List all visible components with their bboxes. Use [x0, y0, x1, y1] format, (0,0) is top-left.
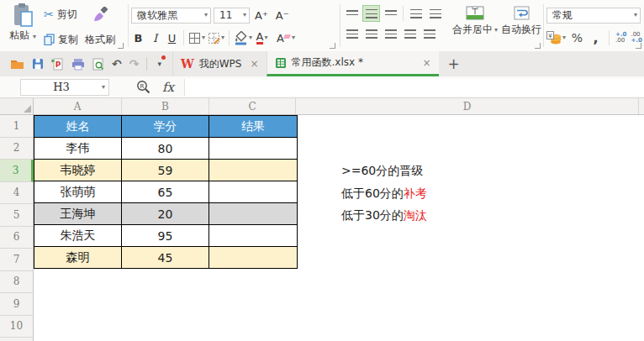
export-pdf-button[interactable]: P: [51, 58, 64, 71]
column-header-partial[interactable]: [639, 98, 644, 114]
clipboard-dialog-launcher[interactable]: [118, 43, 124, 49]
bold-button[interactable]: B: [131, 29, 145, 46]
row-header-11[interactable]: 11: [0, 338, 34, 341]
row-header-2[interactable]: 2: [0, 138, 34, 160]
increase-indent-button[interactable]: [426, 5, 444, 22]
cut-button[interactable]: ✂ 剪切: [44, 5, 78, 24]
comma-style-button[interactable]: ,: [589, 29, 603, 46]
clear-format-button[interactable]: A ▾: [277, 29, 295, 46]
row-header-4[interactable]: 4: [0, 182, 34, 205]
close-icon[interactable]: ×: [422, 57, 430, 69]
select-all-corner[interactable]: [0, 98, 34, 114]
row-header-10[interactable]: 10: [0, 316, 34, 338]
currency-button[interactable]: ¥ ▾: [546, 29, 566, 46]
print-preview-button[interactable]: [92, 58, 104, 71]
shrink-font-button[interactable]: A⁻: [273, 9, 292, 22]
paste-button[interactable]: 粘贴 ▾: [2, 3, 44, 51]
print-preview-icon: [92, 58, 104, 71]
align-center-button[interactable]: [362, 25, 380, 42]
decrease-decimal-button[interactable]: .00+.0: [631, 32, 641, 44]
distribute-button[interactable]: [420, 25, 438, 42]
row-header-9[interactable]: 9: [0, 293, 34, 316]
redo-button[interactable]: ↷: [129, 58, 140, 70]
italic-button[interactable]: I: [148, 29, 162, 46]
table-header-cell[interactable]: 学分: [122, 116, 209, 137]
decrease-indent-button[interactable]: [407, 5, 425, 22]
row-header-6[interactable]: 6: [0, 227, 34, 249]
table-cell-score[interactable]: 95: [122, 225, 209, 246]
column-headers: ABCD: [0, 98, 644, 115]
borders-button[interactable]: ▾: [188, 29, 205, 46]
open-button[interactable]: [10, 58, 24, 70]
row-header-1[interactable]: 1: [0, 115, 34, 138]
table-header-cell[interactable]: 姓名: [34, 116, 122, 137]
insert-function-button[interactable]: fx: [162, 80, 174, 95]
grow-font-button[interactable]: A⁺: [252, 9, 271, 22]
undo-button[interactable]: ↶: [112, 58, 122, 70]
svg-text:P: P: [55, 60, 61, 69]
print-button[interactable]: [71, 58, 85, 71]
font-color-button[interactable]: A ▾: [255, 29, 269, 46]
table-cell-name[interactable]: 李伟: [34, 138, 122, 159]
number-group: 常规 ▾ ¥ ▾ % , +.0.00 .00+.0: [546, 0, 644, 51]
font-size-select[interactable]: 11 ▾: [214, 8, 250, 24]
table-cell-result[interactable]: [209, 203, 297, 224]
table-cell-score[interactable]: 80: [122, 138, 209, 159]
chevron-down-icon: ▾: [264, 34, 267, 41]
table-cell-name[interactable]: 朱浩天: [34, 225, 122, 246]
number-dialog-launcher[interactable]: [636, 43, 641, 49]
table-cell-name[interactable]: 森明: [34, 247, 122, 268]
find-button[interactable]: R: [136, 80, 150, 94]
align-middle-button[interactable]: [362, 5, 380, 22]
column-header-B[interactable]: B: [122, 98, 209, 114]
name-box[interactable]: H3 ▾: [20, 79, 109, 96]
paste-dropdown-icon[interactable]: ▾: [33, 33, 36, 40]
column-header-C[interactable]: C: [209, 98, 296, 114]
row-header-8[interactable]: 8: [0, 271, 34, 294]
draw-border-button[interactable]: ▾: [208, 29, 224, 46]
justify-icon: [404, 29, 416, 39]
table-cell-result[interactable]: [209, 247, 297, 268]
font-dialog-launcher[interactable]: [330, 43, 335, 49]
justify-button[interactable]: [401, 25, 419, 42]
table-cell-result[interactable]: [209, 225, 297, 246]
column-header-A[interactable]: A: [34, 98, 122, 114]
align-left-button[interactable]: [343, 25, 361, 42]
align-top-button[interactable]: [343, 5, 361, 22]
table-cell-score[interactable]: 59: [122, 160, 209, 181]
row-header-3[interactable]: 3: [0, 160, 34, 182]
format-painter-button[interactable]: [92, 5, 108, 24]
table-cell-result[interactable]: [209, 160, 297, 181]
formula-input[interactable]: [184, 79, 644, 96]
fill-color-button[interactable]: ▾: [234, 29, 252, 46]
table-cell-name[interactable]: 韦晓婷: [34, 160, 122, 181]
copy-button[interactable]: 复制: [44, 30, 78, 49]
table-cell-score[interactable]: 20: [122, 203, 209, 224]
table-cell-name[interactable]: 王海坤: [34, 203, 122, 224]
table-cell-score[interactable]: 45: [122, 247, 209, 268]
percent-style-button[interactable]: %: [570, 29, 584, 46]
customize-toolbar-button[interactable]: ▾: [155, 58, 164, 70]
column-header-D[interactable]: D: [296, 98, 639, 114]
align-right-button[interactable]: [382, 25, 399, 42]
increase-decimal-button[interactable]: +.0.00: [615, 32, 626, 44]
align-bottom-button[interactable]: [382, 5, 399, 22]
table-cell-name[interactable]: 张萌萌: [34, 181, 122, 202]
tab-home-wps[interactable]: W 我的WPS ×: [172, 51, 267, 76]
tab-workbook[interactable]: 常用函数.xlsx * ×: [267, 51, 439, 76]
underline-button[interactable]: U: [165, 29, 179, 46]
chevron-down-icon: ▾: [249, 34, 252, 41]
row-header-7[interactable]: 7: [0, 249, 34, 271]
merge-center-button[interactable]: T 合并居中▾: [452, 5, 498, 51]
new-tab-button[interactable]: +: [439, 51, 469, 76]
table-cell-result[interactable]: [209, 138, 297, 159]
font-family-select[interactable]: 微软雅黑 ▾: [131, 8, 211, 24]
number-format-select[interactable]: 常规 ▾: [546, 8, 641, 24]
table-cell-result[interactable]: [209, 181, 297, 202]
table-cell-score[interactable]: 65: [122, 181, 209, 202]
table-header-cell[interactable]: 结果: [209, 116, 297, 137]
alignment-dialog-launcher[interactable]: [535, 43, 541, 49]
close-icon[interactable]: ×: [250, 58, 258, 70]
row-header-5[interactable]: 5: [0, 204, 34, 227]
save-button[interactable]: [32, 58, 44, 70]
